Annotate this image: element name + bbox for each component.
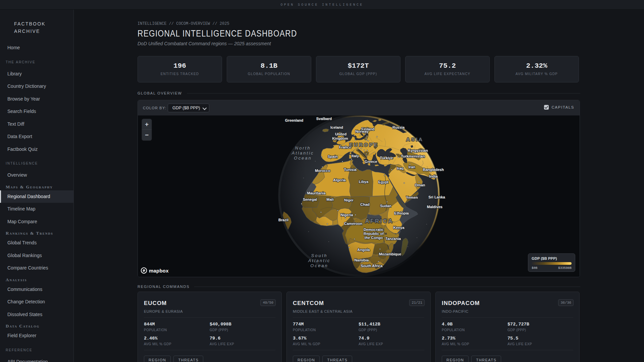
svg-text:Morocco: Morocco: [315, 169, 330, 173]
svg-text:Greenland: Greenland: [285, 118, 303, 122]
svg-text:Iran: Iran: [409, 165, 415, 169]
svg-text:Türkiye: Türkiye: [380, 156, 393, 160]
svg-text:North: North: [295, 145, 311, 150]
svg-text:ASIA: ASIA: [406, 136, 424, 142]
svg-text:Tanzania: Tanzania: [385, 237, 401, 241]
svg-text:Sri Lanka: Sri Lanka: [428, 195, 445, 199]
svg-text:Mozambique: Mozambique: [379, 252, 401, 256]
svg-text:Ethiopia: Ethiopia: [394, 211, 409, 215]
svg-text:Atlantic: Atlantic: [291, 150, 314, 156]
svg-text:Cameroon: Cameroon: [344, 222, 363, 226]
svg-text:Chad: Chad: [360, 202, 370, 206]
svg-text:Iraq: Iraq: [397, 166, 404, 170]
svg-text:Ocean: Ocean: [310, 263, 328, 268]
svg-text:United: United: [335, 132, 346, 136]
svg-text:AFRICA: AFRICA: [365, 218, 393, 224]
svg-text:Russia: Russia: [392, 125, 405, 129]
svg-text:Sudan: Sudan: [380, 204, 391, 208]
svg-text:Nigeria: Nigeria: [340, 213, 353, 217]
svg-text:South: South: [311, 253, 328, 258]
svg-text:Algeria: Algeria: [333, 178, 346, 182]
svg-text:Brazil: Brazil: [278, 218, 288, 222]
svg-text:Niger: Niger: [344, 198, 354, 202]
svg-text:Republic of: Republic of: [364, 232, 384, 236]
svg-text:Yemen: Yemen: [406, 195, 418, 199]
svg-text:Tunisia: Tunisia: [344, 168, 357, 172]
svg-text:Italy: Italy: [352, 154, 359, 158]
svg-text:Bangladesh: Bangladesh: [423, 168, 444, 172]
svg-text:Maldives: Maldives: [427, 205, 442, 209]
svg-text:Greece: Greece: [365, 160, 377, 164]
svg-text:Mauritania: Mauritania: [307, 191, 326, 195]
svg-text:the Congo: the Congo: [365, 236, 383, 240]
svg-text:South Africa: South Africa: [361, 264, 383, 268]
svg-text:Namibia: Namibia: [355, 258, 369, 262]
svg-text:Turkmenistan: Turkmenistan: [401, 154, 425, 158]
svg-text:Kyrgyzstan: Kyrgyzstan: [408, 148, 428, 153]
svg-text:Ocean: Ocean: [294, 156, 312, 161]
svg-text:Senegal: Senegal: [303, 197, 317, 201]
svg-text:Oman: Oman: [415, 183, 425, 187]
svg-text:Finland: Finland: [361, 127, 374, 131]
svg-text:Kingdom: Kingdom: [332, 136, 348, 140]
svg-text:India: India: [429, 174, 438, 178]
svg-text:Egypt: Egypt: [378, 180, 389, 184]
svg-text:Svalbard: Svalbard: [316, 117, 332, 121]
svg-text:Democratic: Democratic: [364, 228, 384, 232]
svg-text:Spain: Spain: [328, 155, 338, 159]
svg-text:Mali: Mali: [326, 197, 333, 201]
svg-text:Iceland: Iceland: [330, 125, 343, 129]
svg-text:Kenya: Kenya: [393, 226, 405, 230]
svg-text:Angola: Angola: [357, 248, 370, 252]
svg-text:Atlantic: Atlantic: [308, 258, 331, 263]
svg-text:EUROPE: EUROPE: [349, 142, 378, 147]
svg-text:Libya: Libya: [359, 180, 369, 184]
